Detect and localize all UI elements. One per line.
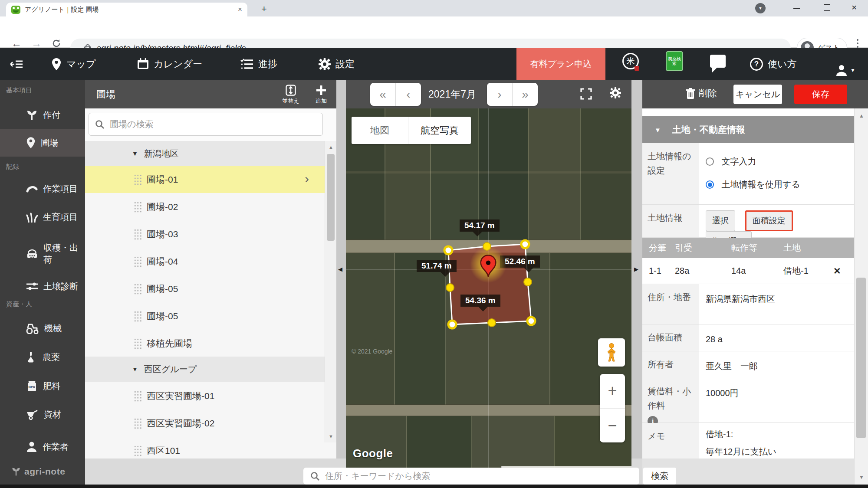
collapse-right-icon[interactable]: ▶ <box>634 266 638 272</box>
save-button[interactable]: 保存 <box>794 85 847 104</box>
select-button[interactable]: 選択 <box>706 210 735 231</box>
premium-plan-button[interactable]: 有料プラン申込 <box>516 48 605 80</box>
sidebar-item-materials[interactable]: 資材 <box>0 402 85 427</box>
drag-handle-icon[interactable] <box>134 174 141 186</box>
drag-handle-icon[interactable] <box>134 390 141 402</box>
sidebar-item-fertilizer[interactable]: NPK 肥料 <box>0 373 85 399</box>
remove-land-icon[interactable]: ✕ <box>833 266 841 276</box>
field-item[interactable]: 圃場-03 <box>85 221 325 248</box>
window-restore-button[interactable] <box>824 4 830 11</box>
add-button[interactable]: 追加 <box>309 83 334 107</box>
scroll-up-icon[interactable]: ▲ <box>855 113 868 119</box>
field-item[interactable]: 圃場-02 <box>85 193 325 220</box>
sidebar-item-pesticides[interactable]: 農薬 <box>0 344 85 370</box>
new-tab-button[interactable]: + <box>261 3 267 15</box>
map-canvas[interactable]: © 2021 Google 54.17 m 51.74 m 52.46 m 54… <box>346 108 631 476</box>
window-close-button[interactable]: × <box>852 2 857 12</box>
field-item[interactable]: 西区実習圃場-02 <box>85 410 325 437</box>
drag-handle-icon[interactable] <box>134 445 141 457</box>
scroll-down-icon[interactable]: ▼ <box>855 474 868 480</box>
next-month-button[interactable]: › <box>487 83 513 106</box>
drag-handle-icon[interactable] <box>134 311 141 322</box>
radio-icon[interactable] <box>706 157 714 166</box>
field-item[interactable]: 圃場-05 <box>85 303 325 330</box>
drag-handle-icon[interactable] <box>134 338 141 350</box>
fullscreen-icon[interactable] <box>580 88 592 102</box>
next-year-button[interactable]: » <box>513 83 538 106</box>
field-item[interactable]: 西区101 <box>85 437 325 459</box>
pegman-button[interactable] <box>598 338 625 367</box>
detail-scrollbar[interactable]: ▲ ▼ <box>854 108 868 485</box>
drag-handle-icon[interactable] <box>134 229 141 240</box>
field-item[interactable]: 西区実習圃場-01 <box>85 383 325 409</box>
area-row: 台帳面積 28 a <box>642 324 854 351</box>
prev-year-button[interactable]: « <box>370 83 396 106</box>
scrollbar-thumb[interactable] <box>327 154 335 241</box>
marker-pin-icon[interactable] <box>477 253 500 279</box>
radio-option-text-input[interactable]: 文字入力 <box>706 153 854 170</box>
field-item[interactable]: 圃場-04 <box>85 248 325 275</box>
nav-item-progress[interactable]: 進捗 <box>240 48 277 80</box>
radio-option-use-land-info[interactable]: 土地情報を使用する <box>706 176 854 193</box>
field-group-nishiku[interactable]: ▼ 西区グループ <box>85 357 325 382</box>
sidebar-item-harvest[interactable]: 収穫・出荷 <box>0 241 85 266</box>
scroll-up-icon[interactable]: ▲ <box>325 144 336 150</box>
field-group-niigata[interactable]: ▼ 新潟地区 <box>85 141 325 166</box>
scroll-down-icon[interactable]: ▼ <box>325 434 336 439</box>
prev-month-button[interactable]: ‹ <box>396 83 421 106</box>
field-list-scrollbar[interactable]: ▲ ▼ <box>325 141 336 442</box>
field-item[interactable]: 圃場-05 <box>85 275 325 302</box>
drag-handle-icon[interactable] <box>134 256 141 268</box>
field-search-box[interactable] <box>89 113 323 136</box>
window-minimize-button[interactable] <box>793 8 800 9</box>
address-search-input[interactable] <box>324 471 632 481</box>
sidebar-item-sakutsuke[interactable]: 作付 <box>0 102 85 128</box>
browser-menu-icon[interactable] <box>857 39 858 48</box>
cancel-button[interactable]: キャンセル <box>733 85 782 104</box>
drag-handle-icon[interactable] <box>134 201 141 213</box>
sidebar-item-machines[interactable]: 機械 <box>0 316 85 341</box>
zoom-in-button[interactable]: + <box>600 374 625 409</box>
search-button[interactable]: 検索 <box>643 468 676 485</box>
help-button[interactable]: ? 使い方 <box>750 48 797 80</box>
sidebar-item-hojou[interactable]: 圃場 <box>0 129 85 157</box>
field-item[interactable]: 圃場-01 › <box>85 166 325 193</box>
sidebar-item-soil[interactable]: 土壌診断 <box>0 274 85 299</box>
collapse-left-icon[interactable]: ◀ <box>338 266 342 272</box>
browser-menu-badge-icon[interactable]: ▼ <box>755 3 766 13</box>
address-search-box[interactable] <box>303 468 639 485</box>
nav-item-map[interactable]: マップ <box>51 48 96 80</box>
measurement-label-top: 54.17 m <box>460 219 500 232</box>
drag-handle-icon[interactable] <box>134 418 141 429</box>
area-setting-button[interactable]: 面積設定 <box>745 210 793 231</box>
date-next-buttons[interactable]: › » <box>487 83 538 106</box>
delete-button[interactable]: 削除 <box>686 87 717 99</box>
nav-item-calendar[interactable]: カレンダー <box>137 48 202 80</box>
map-settings-gear-icon[interactable] <box>610 87 621 100</box>
browser-tab[interactable]: アグリノート｜設定 圃場 × <box>6 3 247 16</box>
scrollbar-thumb[interactable] <box>856 278 866 438</box>
svg-text:NPK: NPK <box>29 385 36 389</box>
field-item[interactable]: 移植先圃場 <box>85 330 325 357</box>
land-table-row[interactable]: 1-1 28a 14a 借地-1 ✕ <box>642 258 854 284</box>
collapse-sidebar-icon[interactable] <box>10 48 23 80</box>
drag-handle-icon[interactable] <box>134 283 141 295</box>
field-search-input[interactable] <box>109 119 316 130</box>
sidebar-item-workers[interactable]: 作業者 <box>0 434 85 459</box>
detail-panel: 削除 キャンセル 保存 ▼ 土地・不動産情報 土地情報の設定 文字入力 土地情報… <box>642 80 868 485</box>
sort-button[interactable]: 並替え <box>278 83 303 107</box>
chat-icon[interactable] <box>710 55 726 68</box>
land-section-header[interactable]: ▼ 土地・不動産情報 <box>642 116 854 143</box>
tab-close-icon[interactable]: × <box>238 5 242 14</box>
sidebar-item-growth-items[interactable]: 生育項目 <box>0 204 85 229</box>
radio-selected-icon[interactable] <box>706 180 714 189</box>
grass-icon <box>26 212 38 223</box>
nav-item-settings[interactable]: 設定 <box>319 48 355 80</box>
basket-icon <box>26 248 38 259</box>
sidebar-item-work-items[interactable]: 作業項目 <box>0 176 85 201</box>
pesticide-search-icon[interactable]: 農薬検索 <box>666 51 683 71</box>
date-prev-buttons[interactable]: « ‹ <box>370 83 421 106</box>
zoom-out-button[interactable]: − <box>600 409 625 443</box>
map-type-satellite-button[interactable]: 航空写真 <box>408 117 471 144</box>
map-type-map-button[interactable]: 地図 <box>352 117 408 144</box>
